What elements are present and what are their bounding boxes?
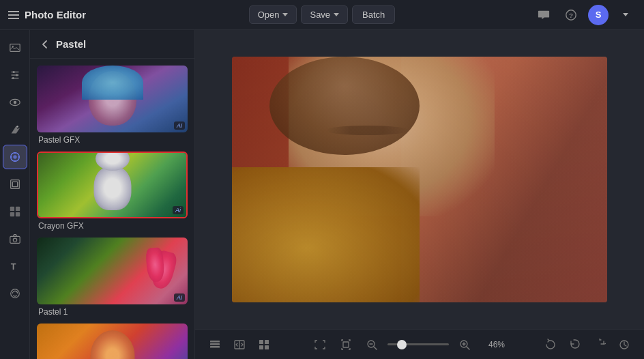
filter-thumb-pastel-gfx: Ai [37, 66, 188, 132]
ai-badge: Ai [174, 293, 185, 302]
zoom-display: 46% [480, 340, 505, 349]
svg-rect-17 [10, 207, 14, 211]
svg-rect-16 [12, 182, 17, 186]
sidebar-icon-text[interactable]: T [3, 254, 27, 278]
svg-point-8 [16, 74, 18, 76]
svg-rect-30 [259, 340, 263, 344]
svg-text:?: ? [569, 11, 573, 18]
canvas-area: 46% [195, 30, 644, 359]
sidebar-icon-camera[interactable] [3, 227, 27, 251]
sidebar-icon-art[interactable] [3, 145, 27, 169]
history-button[interactable] [614, 334, 634, 355]
avatar[interactable]: S [588, 5, 609, 25]
filter-thumb-pastel-2: Ai [37, 324, 188, 359]
svg-rect-25 [210, 343, 220, 345]
svg-point-12 [16, 126, 18, 128]
svg-point-22 [13, 238, 16, 242]
panel-title: Pastel [56, 38, 86, 50]
undo-button[interactable] [565, 334, 585, 355]
menu-icon[interactable] [8, 11, 19, 19]
layers-button[interactable] [205, 334, 225, 355]
filter-item-pastel-1[interactable]: Ai Pastel 1 [37, 238, 188, 317]
photo-canvas [232, 57, 607, 302]
filter-label: Pastel 1 [38, 307, 68, 317]
ai-badge: Ai [174, 121, 185, 130]
svg-rect-34 [343, 342, 349, 347]
compare-button[interactable] [229, 334, 250, 355]
sidebar-icon-images[interactable] [3, 35, 27, 60]
toolbar-center: 46% [310, 334, 505, 355]
back-button[interactable] [40, 39, 50, 50]
zoom-out-button[interactable] [362, 334, 382, 355]
grid-button[interactable] [254, 334, 274, 355]
svg-rect-26 [210, 346, 220, 348]
filter-thumb-pastel-1: Ai [37, 238, 188, 304]
fill-screen-button[interactable] [336, 334, 356, 355]
svg-rect-18 [15, 207, 19, 211]
app-title: Photo Editor [25, 9, 86, 20]
filter-label-row: Pastel GFX [37, 132, 188, 145]
svg-rect-19 [10, 212, 14, 216]
filter-panel: Pastel Ai Pastel GFX [30, 30, 195, 359]
topbar-left: Photo Editor [8, 9, 249, 20]
zoom-slider[interactable] [387, 343, 449, 345]
filter-thumb-crayon-gfx: Ai [37, 152, 188, 218]
sidebar-icon-watermark[interactable] [3, 281, 27, 306]
topbar-right: ? S [395, 5, 636, 25]
svg-point-9 [12, 77, 14, 79]
svg-point-7 [12, 71, 14, 73]
rotate-button[interactable] [540, 334, 561, 355]
svg-rect-27 [210, 341, 220, 343]
chevron-down-icon [282, 13, 288, 16]
filter-label: Crayon GFX [38, 221, 84, 231]
help-icon[interactable]: ? [561, 5, 581, 25]
icon-sidebar: T [0, 30, 30, 359]
panel-content: Ai Pastel GFX Ai [30, 59, 194, 359]
main-layout: T Pastel Ai [0, 30, 644, 359]
filter-item-pastel-gfx[interactable]: Ai Pastel GFX [37, 66, 188, 145]
svg-rect-20 [15, 212, 19, 216]
svg-rect-32 [259, 345, 263, 349]
sidebar-icon-frames[interactable] [3, 172, 27, 197]
sidebar-icon-view[interactable] [3, 90, 27, 115]
svg-line-37 [374, 347, 377, 349]
topbar: Photo Editor Open Save Batch ? S [0, 0, 644, 30]
sidebar-icon-elements[interactable] [3, 199, 27, 224]
chat-icon[interactable] [533, 5, 554, 25]
svg-rect-15 [10, 180, 19, 189]
filter-label: Pastel GFX [38, 135, 80, 145]
svg-rect-31 [265, 340, 269, 344]
chevron-down-icon[interactable] [615, 5, 636, 25]
filter-label-row: Crayon GFX [37, 218, 188, 231]
toolbar-left [205, 334, 274, 355]
filter-label-row: Pastel 1 [37, 304, 188, 317]
topbar-center: Open Save Batch [249, 5, 396, 24]
panel-header: Pastel [30, 30, 194, 59]
save-button[interactable]: Save [301, 5, 348, 24]
filter-item-crayon-gfx[interactable]: Ai Crayon GFX [37, 152, 188, 231]
bottom-toolbar: 46% [195, 329, 644, 359]
zoom-in-button[interactable] [454, 334, 475, 355]
redo-button[interactable] [589, 334, 610, 355]
svg-point-11 [13, 101, 16, 104]
toolbar-right [540, 334, 634, 355]
ai-badge: Ai [173, 206, 184, 214]
open-button[interactable]: Open [249, 5, 297, 24]
batch-button[interactable]: Batch [352, 5, 395, 24]
svg-rect-33 [265, 345, 269, 349]
fit-screen-button[interactable] [310, 334, 330, 355]
chevron-down-icon [334, 13, 339, 16]
svg-text:T: T [10, 262, 16, 272]
filter-item-pastel-2[interactable]: Ai Pastel 2 [37, 324, 188, 359]
sidebar-icon-effects[interactable] [3, 117, 27, 142]
canvas-view[interactable] [195, 30, 644, 329]
sidebar-icon-adjustments[interactable] [3, 63, 27, 87]
svg-point-14 [13, 155, 16, 158]
svg-line-41 [467, 347, 469, 349]
